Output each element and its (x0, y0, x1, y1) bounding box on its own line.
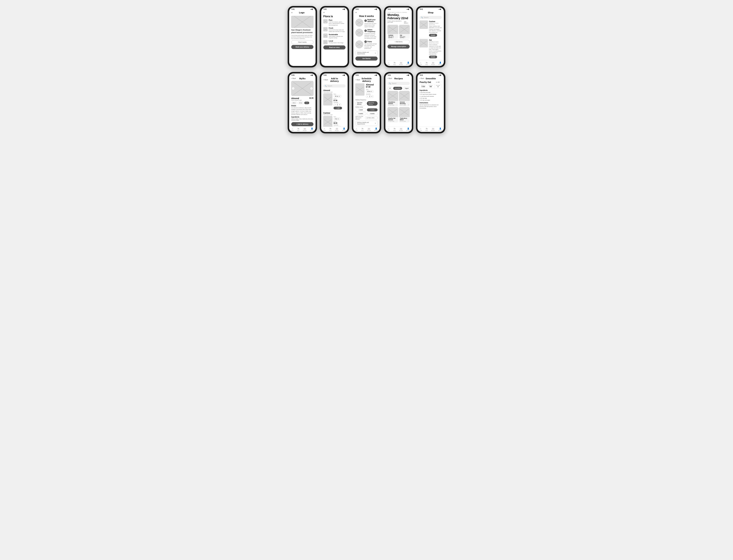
recurring-pill[interactable]: Recurring delivery (367, 101, 378, 106)
nav-account-5[interactable]: 👤Account (438, 62, 442, 65)
read-story-button[interactable]: Read our story (323, 45, 346, 49)
filter-yogurt[interactable]: Yogurt (403, 87, 410, 90)
get-started-button[interactable]: Get Started (355, 57, 378, 61)
nav-home-7[interactable]: ⌂Home (323, 128, 326, 131)
nav-account-8[interactable]: 👤Account (374, 128, 378, 131)
recipe-strawberry[interactable]: Strawberry Banana ★ 4.9 3 min ♡ (387, 91, 398, 106)
schedule-details-row[interactable]: Delivery details and requirements ∨ (355, 121, 378, 126)
sustainable-icon (323, 34, 328, 38)
cashew-size-select[interactable]: 8 oz ∨ (334, 118, 340, 120)
status-bar-9: 9:41 ▲◉▌ (385, 73, 412, 77)
qty-minus-s[interactable]: − (367, 96, 368, 97)
nav-home-8[interactable]: ⌂Home (355, 128, 358, 131)
add-delivery-back[interactable]: < Back (323, 79, 328, 81)
add-items-button[interactable]: + Add items (387, 40, 410, 44)
nav-shop-5[interactable]: 🛍Shop (425, 62, 428, 65)
nav-home-10[interactable]: ⌂Home (419, 128, 422, 131)
nav-shop-7[interactable]: 🛍Shop (329, 128, 332, 131)
nav-account-7[interactable]: 👤Account (342, 128, 346, 131)
nav-shop-9[interactable]: 🛍Shop (393, 128, 396, 131)
nav-account-10[interactable]: 👤Account (438, 128, 442, 131)
nav-shop-8[interactable]: 🛍Shop (361, 128, 364, 131)
nav-recipes-6[interactable]: 📖Recipes (303, 128, 307, 131)
build-delivery-button[interactable]: Build your delivery (291, 45, 313, 49)
recipe-peachy[interactable]: Peachy Oat Banana ★ 4.6 6 min ♡ (387, 107, 398, 122)
manage-subscription-button[interactable]: Manage subscription (387, 45, 410, 49)
heart-icon-1[interactable]: ♡ (396, 104, 398, 106)
nav-home-6[interactable]: ⌂Home (291, 128, 294, 131)
filter-all[interactable]: All (387, 87, 392, 90)
phone-how-it-works: 9:41 ▲◉▌ ≡ How it works 1 Build your del… (352, 6, 381, 67)
cashew-details-button[interactable]: Details (429, 34, 437, 37)
recipe-triple[interactable]: Triple-Berry Blend ★ 5.3 3 min ♡ (399, 107, 410, 122)
skip-delivery-link[interactable]: Skip delivery (404, 21, 410, 24)
nav-home-5[interactable]: ⌂Home (419, 62, 422, 65)
recipes-search[interactable]: 🔍 Search (387, 82, 410, 85)
landing-body: Flora brings plant-based milks and other… (291, 34, 313, 40)
mylk-ingredients-title: Ingredients (291, 116, 313, 118)
nav-recipes-8[interactable]: 📖Recipes (367, 128, 371, 131)
qty-minus[interactable]: − (335, 104, 336, 106)
nav-recipes-10[interactable]: 📖Recipes (431, 128, 435, 131)
schedule-size-select[interactable]: 32 oz ∨ (366, 90, 374, 93)
one-time-pill[interactable]: One-time delivery (355, 101, 366, 106)
delivery-details-row[interactable]: Delivery details and requirements ∨ (355, 51, 378, 56)
recipe-immune[interactable]: Immune Boosting ★ 4.7 2 min ♥ (399, 91, 410, 106)
mylks-title: Mylks (296, 77, 309, 80)
carousel-left-arrow[interactable]: ‹ (292, 87, 295, 90)
status-icons-7: ▲◉▌ (342, 74, 345, 76)
nav-home-4[interactable]: ⌂Home (387, 62, 390, 65)
how-it-works-button[interactable]: How it works (291, 40, 313, 44)
nav-recipes-5[interactable]: 📖Recipes (431, 62, 435, 65)
schedule-back[interactable]: < Back (355, 79, 360, 81)
account-icon-9: 👤 (407, 128, 409, 130)
almond-size-select[interactable]: 32 oz ∨ (334, 95, 341, 98)
nav-home-9[interactable]: ⌂Home (387, 128, 390, 131)
add-almond-button[interactable]: + Add (334, 107, 342, 109)
step1-num: 1 (364, 19, 367, 22)
nav-shop-6[interactable]: 🛍Shop (297, 128, 299, 131)
week-4[interactable]: 4 weeks (367, 112, 378, 115)
first-delivery-date[interactable]: 12 Feb, 2021 (365, 116, 378, 119)
status-bar-1: 9:41 ▲◉▌ (289, 7, 316, 11)
heart-icon-4[interactable]: ♡ (408, 120, 409, 122)
status-time-5: 9:41 (420, 8, 423, 10)
nav-recipes-7[interactable]: 📖Recipes (335, 128, 339, 131)
nav-recipes-9[interactable]: 📖Recipes (399, 128, 403, 131)
week-3[interactable]: 3 weeks (355, 112, 366, 115)
nav-recipes-4[interactable]: 📖Recipes (399, 62, 403, 65)
oat-details-button[interactable]: Details (429, 56, 437, 58)
shop-search[interactable]: 🔍 Search (420, 16, 442, 19)
qty-plus[interactable]: + (339, 104, 340, 106)
nav-account-9[interactable]: 👤Account (406, 128, 410, 131)
nav-shop-10[interactable]: 🛍Shop (425, 128, 428, 131)
mylks-back[interactable]: < Back (291, 78, 296, 79)
size-16oz[interactable]: 16 oz (298, 102, 304, 104)
qty-plus-s[interactable]: + (371, 96, 372, 97)
filter-smoothie[interactable]: Smoothie (393, 87, 402, 90)
smoothie-heart-icon[interactable]: ♡ (440, 81, 442, 83)
size-8oz[interactable]: 8 oz (304, 102, 309, 104)
week-1[interactable]: 1 week (355, 108, 366, 111)
how-menu-icon[interactable]: ≡ (355, 11, 357, 14)
nav-account-6[interactable]: 👤Account (310, 128, 314, 131)
nav-shop-4[interactable]: 🛍Shop (393, 62, 396, 65)
heart-icon-2[interactable]: ♥ (408, 104, 409, 106)
add-delivery-search[interactable]: 🔍 Search (323, 84, 346, 88)
smoothie-back[interactable]: < Back (420, 78, 424, 79)
qty-val-s: 2 (369, 96, 370, 97)
carousel-right-arrow[interactable]: › (310, 87, 313, 90)
flora-menu-icon[interactable]: ≡ (323, 11, 325, 14)
size-32oz[interactable]: 32 oz (291, 102, 297, 104)
heart-icon-3[interactable]: ♡ (396, 120, 398, 122)
fresh-desc: Delivered the day made and bottled with … (329, 29, 346, 32)
smoothie-stats-row: Ready in 4 min Calories 440 Servings 2 (420, 84, 442, 88)
mylks-nav: < Back Mylks (289, 77, 316, 81)
recipes-back[interactable]: < Back (387, 78, 392, 79)
week-2[interactable]: 2 weeks (367, 108, 378, 111)
nav-account-4[interactable]: 👤Account (406, 62, 410, 65)
cashew-info: Cashew Size: 32 oz. Quantity: 1 (387, 34, 398, 39)
bottom-nav-add: ⌂Home 🛍Shop 📖Recipes 👤Account (321, 127, 348, 132)
hamburger-icon[interactable]: ≡ (291, 11, 292, 14)
add-to-delivery-button[interactable]: + Add to delivery (291, 122, 313, 126)
